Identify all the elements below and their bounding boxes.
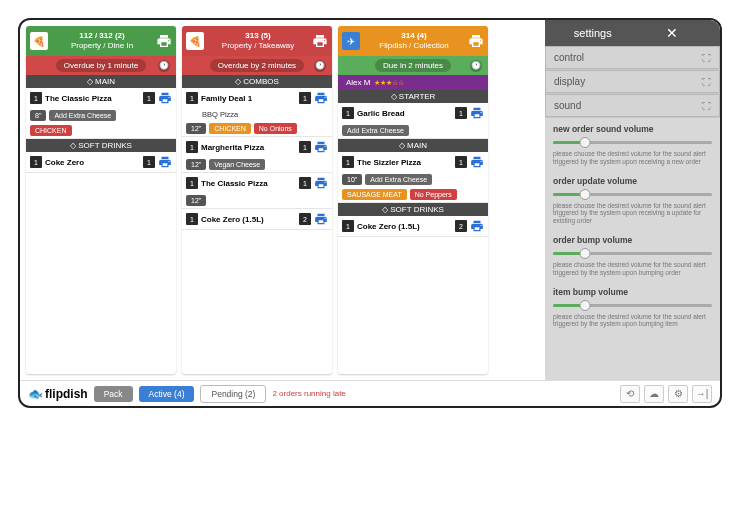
slider-help: please choose the desired volume for the… [553,313,712,329]
item-sub: BBQ Pizza [182,108,332,121]
order-card: 🍕 112 / 312 (2)Property / Dine In Overdu… [26,26,176,374]
item-qty: 1 [342,107,354,119]
order-card: ✈ 314 (4)Flipdish / Collection Due in 2 … [338,26,488,374]
settings-section-display[interactable]: display⛶ [545,70,720,93]
item-qty: 1 [30,156,42,168]
order-item: 1 Coke Zero (1.5L) 2 [338,216,488,236]
item-name: Family Deal 1 [201,94,296,103]
settings-title-bar: settings ✕ [545,20,720,46]
print-icon[interactable] [470,155,484,169]
status-bar: Overdue by 2 minutes🕐 [182,56,332,75]
slider-label: new order sound volume [553,124,712,134]
item-tag: Vegan Cheese [209,159,265,170]
order-item: 1 The Classic Pizza 1 [26,88,176,108]
item-name: Coke Zero (1.5L) [201,215,296,224]
item-qty: 1 [186,92,198,104]
flipdish-logo: 🐟flipdish [28,387,88,401]
section-header: ◇ SOFT DRINKS [26,139,176,152]
order-card: 🍕 313 (5)Property / Takeaway Overdue by … [182,26,332,374]
item-name: Coke Zero (1.5L) [357,222,452,231]
item-name: Coke Zero [45,158,140,167]
section-header: ◇ SOFT DRINKS [338,203,488,216]
pack-button[interactable]: Pack [94,386,133,402]
item-tag: 12" [186,195,206,206]
pending-button[interactable]: Pending (2) [200,385,266,403]
item-qty2: 2 [455,220,467,232]
slider-group: order update volume please choose the de… [553,176,712,225]
status-bar: Due in 2 minutes🕐 [338,56,488,75]
brand-logo: 🍕 [186,32,204,50]
item-qty2: 1 [143,92,155,104]
item-qty: 1 [30,92,42,104]
print-icon[interactable] [470,106,484,120]
section-header: ◇ STARTER [338,90,488,103]
expand-icon: ⛶ [702,101,711,111]
card-title: 112 / 312 (2)Property / Dine In [48,31,156,50]
print-icon[interactable] [158,91,172,105]
print-icon[interactable] [470,219,484,233]
print-icon[interactable] [468,33,484,49]
order-item: 1 Coke Zero 1 [26,152,176,172]
expand-icon: ⛶ [702,53,711,63]
print-icon[interactable] [314,91,328,105]
footer-bar: 🐟flipdish Pack Active (4) Pending (2) 2 … [20,380,720,406]
slider-group: order bump volume please choose the desi… [553,235,712,277]
item-name: The Classic Pizza [201,179,296,188]
refresh-icon[interactable]: ⟲ [620,385,640,403]
item-qty: 1 [342,156,354,168]
logout-icon[interactable]: →| [692,385,712,403]
order-item: 1 Garlic Bread 1 [338,103,488,123]
item-qty: 1 [186,177,198,189]
item-qty: 1 [186,213,198,225]
item-qty2: 1 [299,92,311,104]
item-tag: CHICKEN [209,123,251,134]
brand-logo: ✈ [342,32,360,50]
cloud-icon[interactable]: ☁ [644,385,664,403]
print-icon[interactable] [314,140,328,154]
volume-slider[interactable] [553,137,712,147]
order-item: 1 The Classic Pizza 1 [182,173,332,193]
slider-group: new order sound volume please choose the… [553,124,712,166]
active-button[interactable]: Active (4) [139,386,195,402]
item-name: The Sizzler Pizza [357,158,452,167]
item-tag: SAUSAGE MEAT [342,189,407,200]
item-qty2: 1 [455,156,467,168]
settings-section-control[interactable]: control⛶ [545,46,720,69]
print-icon[interactable] [312,33,328,49]
section-header: ◇ MAIN [26,75,176,88]
clock-icon: 🕐 [470,60,482,72]
card-title: 314 (4)Flipdish / Collection [360,31,468,50]
volume-slider[interactable] [553,248,712,258]
item-tag: No Peppers [410,189,457,200]
clock-icon: 🕐 [314,60,326,72]
item-qty: 1 [186,141,198,153]
close-icon[interactable]: ✕ [633,25,713,41]
order-item: 1 Family Deal 1 1 [182,88,332,108]
slider-help: please choose the desired volume for the… [553,261,712,277]
order-item: 1 Coke Zero (1.5L) 2 [182,209,332,229]
item-qty2: 2 [299,213,311,225]
status-bar: Overdue by 1 minute🕐 [26,56,176,75]
slider-group: item bump volume please choose the desir… [553,287,712,329]
item-qty2: 1 [299,141,311,153]
item-qty2: 1 [299,177,311,189]
brand-logo: 🍕 [30,32,48,50]
slider-label: item bump volume [553,287,712,297]
volume-slider[interactable] [553,300,712,310]
gear-icon[interactable]: ⚙ [668,385,688,403]
settings-section-sound[interactable]: sound⛶ [545,94,720,117]
print-icon[interactable] [314,176,328,190]
slider-label: order update volume [553,176,712,186]
item-tag: Add Extra Cheese [342,125,409,136]
print-icon[interactable] [158,155,172,169]
order-item: 1 Margherita Pizza 1 [182,137,332,157]
item-name: Margherita Pizza [201,143,296,152]
item-tag: Add Extra Cheese [365,174,432,185]
item-tag: CHICKEN [30,125,72,136]
card-title: 313 (5)Property / Takeaway [204,31,312,50]
section-header: ◇ MAIN [338,139,488,152]
print-icon[interactable] [314,212,328,226]
order-item: 1 The Sizzler Pizza 1 [338,152,488,172]
volume-slider[interactable] [553,189,712,199]
print-icon[interactable] [156,33,172,49]
